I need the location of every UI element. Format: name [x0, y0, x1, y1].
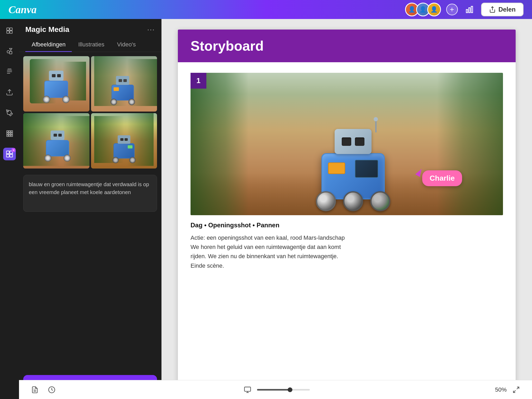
svg-rect-6	[10, 31, 12, 33]
generated-image-1[interactable]	[23, 56, 89, 112]
svg-rect-2	[471, 6, 472, 13]
storyboard-title: Storyboard	[191, 38, 503, 54]
tab-illustraties[interactable]: Illustraties	[72, 38, 111, 52]
zoom-value: 50%	[495, 386, 507, 393]
main-area: ✦ Magic Media ··· Afbeeldingen Illustrat…	[0, 19, 532, 399]
panel-header: Magic Media ···	[19, 19, 161, 38]
sidebar-item-text[interactable]	[3, 65, 16, 78]
svg-line-36	[513, 390, 515, 392]
svg-rect-23	[9, 135, 11, 137]
svg-rect-32	[244, 387, 250, 391]
svg-rect-0	[466, 9, 468, 13]
svg-marker-8	[10, 49, 12, 51]
bottom-right-tools: 50%	[495, 384, 521, 395]
scene-description: Actie: een openingsshot van een kaal, ro…	[191, 233, 503, 270]
bottom-left-tools	[30, 384, 57, 395]
prompt-input[interactable]	[23, 175, 157, 212]
topbar-right: 👤 👤 👤 + Delen	[405, 3, 524, 16]
svg-rect-5	[7, 31, 9, 33]
sidebar-item-elements[interactable]	[3, 45, 16, 57]
svg-point-7	[7, 51, 10, 53]
svg-rect-28	[10, 154, 12, 157]
scene-container: 1	[178, 62, 516, 281]
tabs: Afbeeldingen Illustraties Video's	[19, 38, 161, 52]
avatar-group: 👤 👤 👤	[405, 3, 441, 16]
svg-point-15	[7, 111, 8, 112]
delen-button[interactable]: Delen	[481, 3, 524, 16]
notes-button[interactable]	[30, 384, 40, 395]
svg-rect-21	[11, 133, 13, 134]
fullscreen-button[interactable]	[511, 384, 521, 395]
image-grid	[19, 52, 161, 173]
svg-rect-27	[6, 154, 9, 157]
left-panel: Magic Media ··· Afbeeldingen Illustratie…	[19, 19, 162, 399]
view-mode-button[interactable]	[242, 384, 253, 395]
panel-title: Magic Media	[25, 25, 69, 34]
generated-image-4[interactable]	[91, 113, 157, 169]
analytics-button[interactable]	[463, 3, 476, 16]
generated-image-3[interactable]	[23, 113, 89, 169]
timer-button[interactable]	[46, 384, 57, 395]
sidebar-item-apps[interactable]	[3, 127, 16, 140]
svg-rect-18	[11, 131, 13, 132]
svg-rect-9	[10, 51, 12, 54]
canvas-page: Storyboard 1	[178, 30, 516, 386]
svg-rect-24	[11, 135, 13, 137]
svg-rect-4	[10, 28, 12, 30]
svg-rect-19	[7, 133, 8, 134]
tab-afbeeldingen[interactable]: Afbeeldingen	[25, 38, 72, 52]
more-options-button[interactable]: ···	[147, 25, 155, 34]
charlie-tooltip: Charlie	[422, 170, 462, 186]
sidebar-item-magic-media[interactable]: ✦	[3, 148, 16, 160]
prompt-wrapper	[23, 175, 157, 369]
sidebar-item-layout[interactable]	[3, 24, 16, 37]
scene-number-badge: 1	[191, 73, 206, 89]
scene-image-wrapper: 1	[191, 73, 503, 215]
svg-rect-1	[469, 8, 470, 13]
bottom-toolbar: 50%	[19, 380, 532, 399]
generated-image-2[interactable]	[91, 56, 157, 112]
bottom-center-tools	[242, 384, 310, 395]
scene-heading: Dag • Openingsshot • Pannen	[191, 222, 503, 229]
tab-videos[interactable]: Video's	[111, 38, 142, 52]
zoom-slider[interactable]	[257, 389, 310, 391]
sidebar-icons: ✦	[0, 19, 19, 399]
topbar: Canva 👤 👤 👤 + Delen	[0, 0, 532, 19]
sidebar-item-draw[interactable]	[3, 107, 16, 119]
canva-logo: Canva	[8, 3, 37, 16]
svg-rect-3	[7, 28, 9, 30]
sidebar-item-upload[interactable]	[3, 86, 16, 99]
avatar-user-3[interactable]: 👤	[427, 3, 441, 16]
canvas-area: Storyboard 1	[162, 19, 532, 399]
storyboard-header: Storyboard	[178, 30, 516, 62]
svg-rect-20	[9, 133, 11, 134]
svg-rect-22	[7, 135, 8, 137]
svg-rect-17	[9, 131, 11, 132]
svg-rect-25	[6, 151, 9, 154]
svg-line-35	[517, 387, 519, 389]
svg-rect-16	[7, 131, 8, 132]
add-collaborator-button[interactable]: +	[446, 4, 458, 15]
scene-image[interactable]: Charlie	[191, 73, 503, 215]
